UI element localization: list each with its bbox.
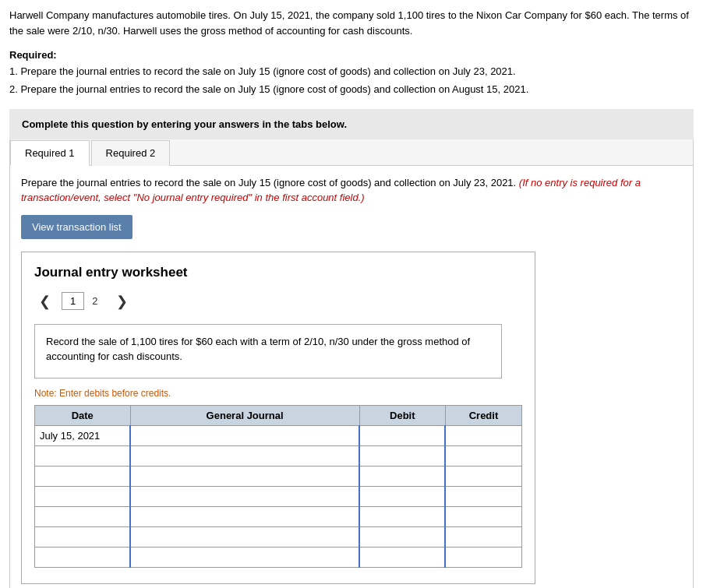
next-arrow[interactable]: ❯ (111, 291, 132, 312)
prev-arrow[interactable]: ❮ (34, 291, 55, 312)
cell-credit[interactable] (445, 547, 521, 567)
table-header-row: Date General Journal Debit Credit (35, 405, 522, 425)
note-text: Note: Enter debits before credits. (34, 388, 522, 399)
table-row (35, 547, 522, 567)
cell-credit[interactable] (445, 425, 521, 445)
input-debit[interactable] (365, 430, 440, 442)
cell-credit[interactable] (445, 526, 521, 547)
required-item-1: 1. Prepare the journal entries to record… (9, 64, 694, 80)
table-row (35, 526, 522, 547)
page-container: Harwell Company manufactures automobile … (0, 0, 703, 588)
table-row (35, 445, 522, 466)
input-credit[interactable] (450, 470, 517, 482)
cell-general-journal[interactable] (130, 445, 359, 466)
cell-debit[interactable] (359, 526, 445, 547)
nav-pages: 1 2 (62, 292, 105, 310)
cell-date (35, 486, 131, 506)
input-debit[interactable] (365, 450, 440, 462)
input-credit[interactable] (450, 450, 517, 462)
worksheet-title: Journal entry worksheet (34, 265, 522, 280)
cell-general-journal[interactable] (130, 526, 359, 547)
col-header-debit: Debit (359, 405, 445, 425)
cell-debit[interactable] (359, 466, 445, 486)
cell-credit[interactable] (445, 506, 521, 526)
input-general-journal[interactable] (136, 450, 354, 462)
tab-content: Prepare the journal entries to record th… (10, 166, 693, 588)
input-debit[interactable] (365, 551, 440, 563)
input-general-journal[interactable] (136, 430, 354, 442)
input-general-journal[interactable] (136, 511, 354, 523)
required-items: 1. Prepare the journal entries to record… (9, 64, 694, 98)
cell-general-journal[interactable] (130, 547, 359, 567)
input-debit[interactable] (365, 491, 440, 502)
tab-required-2[interactable]: Required 2 (91, 140, 171, 166)
input-credit[interactable] (450, 430, 517, 442)
cell-credit[interactable] (445, 445, 521, 466)
instruction-box: Complete this question by entering your … (9, 109, 694, 139)
cell-debit[interactable] (359, 506, 445, 526)
cell-date (35, 526, 131, 547)
cell-date (35, 547, 131, 567)
worksheet-container: Journal entry worksheet ❮ 1 2 ❯ Record t… (21, 252, 535, 584)
input-debit[interactable] (365, 511, 440, 523)
input-credit[interactable] (450, 511, 517, 523)
input-general-journal[interactable] (136, 551, 354, 563)
col-header-gj: General Journal (130, 405, 359, 425)
table-row (35, 466, 522, 486)
input-debit[interactable] (365, 531, 440, 543)
cell-general-journal[interactable] (130, 466, 359, 486)
cell-date: July 15, 2021 (35, 425, 131, 445)
cell-date (35, 506, 131, 526)
cell-general-journal[interactable] (130, 506, 359, 526)
view-transaction-button[interactable]: View transaction list (21, 215, 132, 239)
nav-bar: ❮ 1 2 ❯ (34, 291, 522, 312)
tabs-container: Required 1 Required 2 Prepare the journa… (9, 139, 694, 588)
cell-credit[interactable] (445, 486, 521, 506)
cell-date (35, 445, 131, 466)
tab-required-1[interactable]: Required 1 (10, 140, 90, 166)
table-row (35, 506, 522, 526)
cell-debit[interactable] (359, 445, 445, 466)
cell-general-journal[interactable] (130, 486, 359, 506)
intro-text: Harwell Company manufactures automobile … (9, 8, 694, 38)
input-general-journal[interactable] (136, 531, 354, 543)
instruction-box-text: Complete this question by entering your … (22, 118, 347, 130)
tab-bar: Required 1 Required 2 (10, 139, 693, 166)
cell-date (35, 466, 131, 486)
nav-page-1[interactable]: 1 (62, 292, 84, 310)
table-row: July 15, 2021 (35, 425, 522, 445)
required-item-2: 2. Prepare the journal entries to record… (9, 82, 694, 98)
input-general-journal[interactable] (136, 470, 354, 482)
input-credit[interactable] (450, 491, 517, 502)
instruction-note: Prepare the journal entries to record th… (21, 175, 682, 206)
cell-debit[interactable] (359, 425, 445, 445)
nav-page-2[interactable]: 2 (84, 293, 105, 309)
cell-general-journal[interactable] (130, 425, 359, 445)
cell-credit[interactable] (445, 466, 521, 486)
col-header-credit: Credit (445, 405, 521, 425)
input-credit[interactable] (450, 531, 517, 543)
cell-debit[interactable] (359, 547, 445, 567)
journal-table: Date General Journal Debit Credit July 1… (34, 405, 522, 568)
required-label: Required: (9, 49, 694, 61)
input-general-journal[interactable] (136, 491, 354, 502)
input-debit[interactable] (365, 470, 440, 482)
description-box: Record the sale of 1,100 tires for $60 e… (34, 324, 502, 379)
table-row (35, 486, 522, 506)
input-credit[interactable] (450, 551, 517, 563)
cell-debit[interactable] (359, 486, 445, 506)
col-header-date: Date (35, 405, 131, 425)
